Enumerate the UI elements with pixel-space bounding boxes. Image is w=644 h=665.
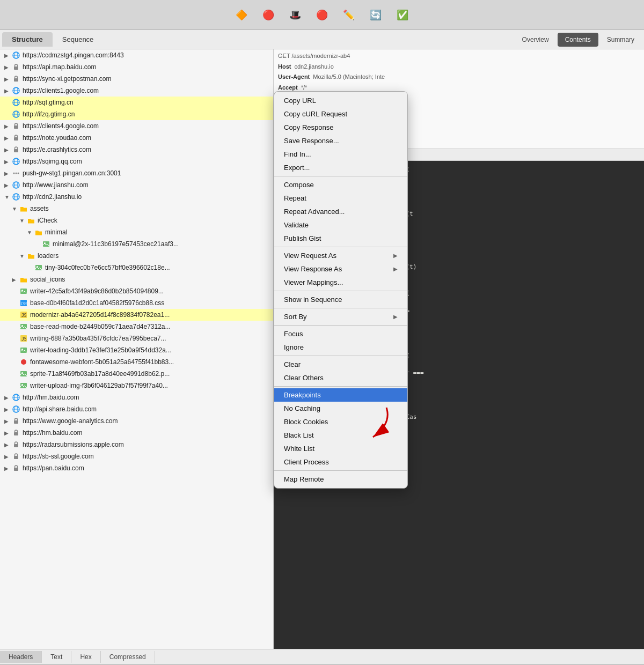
header-row: GET /assets/modernizr-ab4 xyxy=(278,51,640,61)
tree-item[interactable]: ▶http://hm.baidu.com xyxy=(0,391,273,403)
menu-item[interactable]: Focus xyxy=(274,327,407,341)
tree-node-icon xyxy=(12,405,20,413)
svg-rect-3 xyxy=(14,66,18,70)
menu-item[interactable]: Export... xyxy=(274,161,407,174)
menu-item[interactable]: Repeat xyxy=(274,191,407,205)
menu-item[interactable]: Client Process xyxy=(274,455,407,469)
header-value: GET /assets/modernizr-ab4 xyxy=(278,53,350,59)
tree-item[interactable]: ▼assets xyxy=(0,203,273,215)
menu-item[interactable]: Copy URL xyxy=(274,94,407,107)
menu-item-label: Validate xyxy=(284,221,309,229)
bottom-tab-headers[interactable]: Headers xyxy=(0,651,42,663)
menu-item[interactable]: Breakpoints xyxy=(274,388,407,402)
tab-summary[interactable]: Summary xyxy=(599,33,642,47)
menu-item[interactable]: Clear Others xyxy=(274,371,407,385)
menu-item[interactable]: White List xyxy=(274,442,407,455)
menu-item[interactable]: View Request As▶ xyxy=(274,249,407,262)
tree-item-label: https://e.crashlytics.com xyxy=(23,146,91,153)
tree-item[interactable]: ▼loaders xyxy=(0,250,273,262)
menu-item[interactable]: Publish Gist xyxy=(274,232,407,245)
tree-node-icon xyxy=(12,145,20,154)
hat-button[interactable]: 🎩 xyxy=(285,5,305,25)
tree-item[interactable]: CSSbase-d0b4f60fa1d2d0c1af04582f5976cb88… xyxy=(0,297,273,309)
tree-item[interactable]: http://ifzq.gtimg.cn xyxy=(0,108,273,120)
menu-item[interactable]: Copy cURL Request xyxy=(274,107,407,121)
menu-separator xyxy=(274,325,407,326)
tree-item[interactable]: ▼iCheck xyxy=(0,215,273,226)
tree-item[interactable]: writer-upload-img-f3b6f046129ab7f57f99f7… xyxy=(0,380,273,391)
tree-item[interactable]: ▶https://sync-xi.getpostman.com xyxy=(0,73,273,85)
tree-node-icon xyxy=(12,110,20,119)
tree-item[interactable]: ▶https://pan.baidu.com xyxy=(0,462,273,474)
tree-item[interactable]: ▶http://api.share.baidu.com xyxy=(0,403,273,415)
tree-item[interactable]: ▶https://api.map.baidu.com xyxy=(0,61,273,73)
submenu-arrow-icon: ▶ xyxy=(393,266,398,272)
tree-item[interactable]: ▶social_icons xyxy=(0,274,273,285)
menu-item[interactable]: Ignore xyxy=(274,341,407,354)
tab-structure[interactable]: Structure xyxy=(2,32,53,47)
tree-item[interactable]: JSwriting-6887a350ba435f76cfdc7ea7995bec… xyxy=(0,332,273,344)
menu-item[interactable]: Save Response... xyxy=(274,134,407,147)
tree-item[interactable]: JSmodernizr-ab4a6427205d14f8c89834f0782e… xyxy=(0,309,273,321)
menu-item[interactable]: Map Remote xyxy=(274,472,407,486)
bottom-tab-text[interactable]: Text xyxy=(42,651,71,663)
tree-item[interactable]: ▶https://sqimg.qq.com xyxy=(0,156,273,167)
menu-item[interactable]: Repeat Advanced... xyxy=(274,205,407,218)
tree-item[interactable]: ▶https://hm.baidu.com xyxy=(0,427,273,439)
tree-item[interactable]: ▶https://clients1.google.com xyxy=(0,85,273,97)
tree-item[interactable]: ▶https://clients4.google.com xyxy=(0,120,273,132)
tree-item[interactable]: ▶https://note.youdao.com xyxy=(0,132,273,144)
tree-item[interactable]: ▶http://www.jianshu.com xyxy=(0,179,273,191)
header-value: */* xyxy=(301,84,308,91)
menu-item[interactable]: View Response As▶ xyxy=(274,262,407,276)
tree-item[interactable]: tiny-304c0fec0b7e6cc57bff0e396602c18e... xyxy=(0,262,273,274)
menu-item[interactable]: Find In... xyxy=(274,147,407,161)
check-button[interactable]: ✅ xyxy=(392,5,413,25)
tree-item-label: https://sqimg.qq.com xyxy=(23,158,82,165)
refresh-button[interactable]: 🔄 xyxy=(365,5,386,25)
tree-item[interactable]: ▶https://ccdmzstg4.pingan.com:8443 xyxy=(0,49,273,61)
menu-item[interactable]: Show in Sequence xyxy=(274,293,407,306)
tree-node-icon xyxy=(42,240,50,248)
menu-item[interactable]: No Caching xyxy=(274,402,407,415)
tree-item[interactable]: base-read-mode-b2449b059c71aea7d4e7312a.… xyxy=(0,321,273,332)
menu-item[interactable]: Sort By▶ xyxy=(274,310,407,323)
tree-item[interactable]: ▶https://www.google-analytics.com xyxy=(0,415,273,427)
tree-node-icon xyxy=(19,287,28,295)
menu-item[interactable]: Viewer Mappings... xyxy=(274,276,407,289)
tree-node-icon: JS xyxy=(19,311,28,319)
tree-arrow-icon: ▶ xyxy=(4,407,12,412)
tab-sequence[interactable]: Sequence xyxy=(53,32,104,47)
menu-item-label: White List xyxy=(284,445,314,453)
record-button[interactable]: 🔴 xyxy=(258,5,279,25)
menu-item[interactable]: Clear xyxy=(274,358,407,371)
tree-item[interactable]: ▼http://cdn2.jianshu.io xyxy=(0,191,273,203)
menu-item[interactable]: Copy Response xyxy=(274,121,407,134)
pointer-button[interactable]: 🔶 xyxy=(231,5,252,25)
tree-item[interactable]: http://sqt.gtimg.cn xyxy=(0,97,273,108)
menu-item[interactable]: Compose xyxy=(274,178,407,191)
tree-item[interactable]: ▼minimal xyxy=(0,226,273,238)
menu-item[interactable]: Validate xyxy=(274,218,407,232)
menu-item[interactable]: Block Cookies xyxy=(274,415,407,428)
tree-item[interactable]: writer-loading-3ddb17e3fef31e25b0a9f54dd… xyxy=(0,344,273,356)
stop-button[interactable]: 🔴 xyxy=(312,5,332,25)
bottom-tab-hex[interactable]: Hex xyxy=(71,651,100,663)
edit-button[interactable]: ✏️ xyxy=(339,5,359,25)
tab-contents[interactable]: Contents xyxy=(558,33,598,47)
context-menu[interactable]: Copy URLCopy cURL RequestCopy ResponseSa… xyxy=(274,91,408,489)
tree-item[interactable]: minimal@2x-11c3b6197e57453cec21aaf3... xyxy=(0,238,273,250)
tree-item-label: modernizr-ab4a6427205d14f8c89834f0782ea1… xyxy=(30,311,170,319)
tree-arrow-icon: ▶ xyxy=(4,442,12,448)
tree-item[interactable]: sprite-71a8f469fb03ab17a8d40ee4991d8b62.… xyxy=(0,368,273,380)
menu-item[interactable]: Black List xyxy=(274,428,407,442)
tab-overview[interactable]: Overview xyxy=(515,33,557,47)
tree-item[interactable]: ▶https://e.crashlytics.com xyxy=(0,144,273,156)
tree-item[interactable]: ▶https://sb-ssl.google.com xyxy=(0,450,273,462)
tree-item[interactable]: ▶https://radarsubmissions.apple.com xyxy=(0,439,273,450)
bottom-tab-compressed[interactable]: Compressed xyxy=(101,651,155,663)
tree-item[interactable]: ▶push-gw-stg1.pingan.com.cn:3001 xyxy=(0,167,273,179)
tree-item[interactable]: fontawesome-webfont-5b051a25a64755f41bb8… xyxy=(0,356,273,368)
tree-item[interactable]: writer-42c5afb43f49ab9c86d0b2b854094809.… xyxy=(0,285,273,297)
menu-separator xyxy=(274,386,407,387)
